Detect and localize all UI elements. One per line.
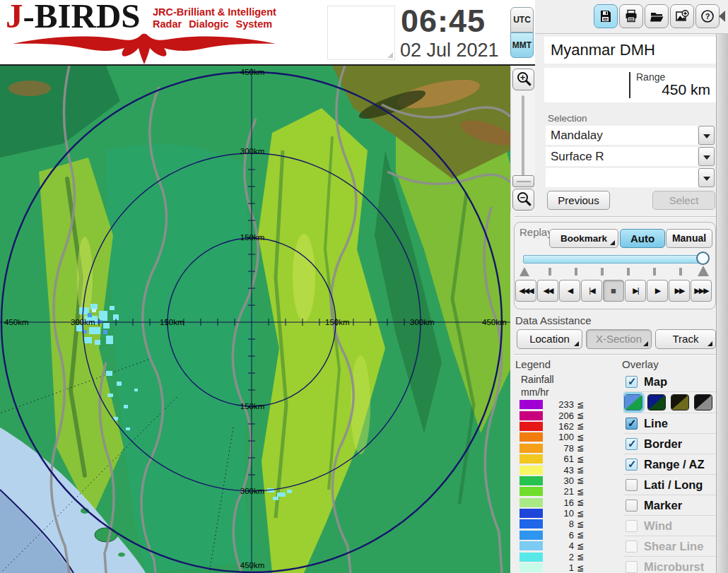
manual-mode-button[interactable]: Manual [666, 229, 712, 248]
legend-swatch [519, 531, 543, 540]
map-zoom-strip: + − [510, 67, 535, 212]
map-style-swatch-4[interactable] [694, 394, 712, 410]
legend-row: 30≦ [519, 475, 626, 486]
play-button[interactable]: ▶ [647, 280, 668, 302]
range-az-checkbox[interactable] [626, 459, 638, 471]
toolbar: ? [535, 0, 728, 34]
map-style-swatch-1[interactable] [624, 394, 642, 410]
site-dropdown[interactable]: Mandalay [546, 126, 698, 145]
legend-row: 10≦ [519, 508, 626, 519]
map-style-swatch-3[interactable] [671, 394, 689, 410]
select-button[interactable]: Select [652, 191, 715, 210]
legend-swatch [519, 498, 543, 507]
zoom-in-button[interactable]: + [512, 69, 534, 90]
overlay-row-marker: Marker [623, 495, 716, 516]
legend-row: 78≦ [519, 443, 626, 454]
zoom-out-icon: − [517, 192, 528, 203]
product-dropdown-arrow[interactable] [698, 147, 715, 166]
legend-swatch [519, 454, 543, 463]
status-display-box [327, 6, 395, 60]
site-dropdown-arrow[interactable] [698, 126, 715, 145]
previous-button[interactable]: Previous [547, 191, 610, 210]
legend-swatch [519, 444, 543, 453]
play-reverse-button[interactable]: ◀ [559, 280, 580, 302]
timezone-mmt-button[interactable]: MMT [510, 33, 534, 58]
svg-text:150km: 150km [325, 318, 350, 326]
svg-text:150km: 150km [160, 318, 184, 326]
save-icon [599, 9, 613, 23]
legend-row: 162≦ [519, 421, 626, 432]
app-logo: J-BIRDS JRC-Brilliant & Intelligent Rada… [4, 0, 287, 64]
legend-row: 8≦ [519, 519, 626, 529]
shear-line-checkbox [626, 540, 638, 553]
range-box: Range 450 km [544, 68, 716, 102]
zoom-slider-track[interactable] [522, 95, 524, 182]
step-forward-button[interactable]: ▶| [625, 280, 646, 302]
panel-collapse-arrow[interactable] [719, 11, 725, 22]
legend-label: Legend [515, 358, 551, 370]
range-divider [629, 72, 630, 98]
range-label: Range [636, 71, 665, 83]
rewind-button[interactable]: ◀◀ [537, 280, 558, 302]
map-checkbox[interactable] [626, 376, 638, 388]
lati-long-checkbox[interactable] [626, 479, 638, 491]
app-title: J-BIRDS [6, 0, 141, 36]
line-checkbox[interactable] [626, 418, 638, 430]
svg-text:450km: 450km [4, 318, 29, 326]
forward-button[interactable]: ▶▶ [669, 280, 690, 302]
bookmark-button[interactable]: Bookmark [549, 229, 618, 248]
svg-text:450km: 450km [482, 318, 507, 326]
legend-row: 206≦ [519, 410, 626, 420]
border-checkbox[interactable] [626, 438, 638, 450]
legend-swatch [519, 466, 543, 475]
dropdown-fold-icon [708, 341, 712, 346]
rewind-fast-button[interactable]: ◀◀◀ [515, 280, 536, 302]
legend-row: 233≦ [519, 399, 626, 410]
legend-swatch [519, 519, 543, 528]
add-image-button[interactable] [670, 4, 694, 28]
open-folder-icon [650, 9, 664, 23]
step-back-button[interactable]: |◀ [581, 280, 602, 302]
legend-title: Rainfall [521, 374, 554, 385]
overlay-row-microburst: Microburst [623, 557, 716, 573]
slider-tick [627, 268, 630, 276]
dropdown-fold-icon [610, 240, 615, 245]
header: J-BIRDS JRC-Brilliant & Intelligent Rada… [0, 0, 535, 64]
section-divider [515, 216, 716, 218]
track-button[interactable]: Track [655, 329, 716, 349]
legend-row: 61≦ [519, 454, 626, 464]
overlay-row-line: Line [623, 413, 716, 434]
radar-map-canvas[interactable]: 450km 300km 150km 150km 300km 450km 450k… [0, 66, 510, 573]
slider-start-marker [519, 267, 529, 276]
help-button[interactable]: ? [695, 4, 720, 28]
option-dropdown[interactable] [546, 168, 698, 187]
svg-text:300km: 300km [240, 487, 265, 495]
clock-time: 06:45 [401, 3, 486, 40]
location-button[interactable]: Location [517, 329, 582, 349]
replay-slider-handle[interactable] [696, 252, 710, 265]
replay-slider-track[interactable] [523, 255, 703, 264]
open-button[interactable] [645, 4, 669, 28]
print-button[interactable] [619, 4, 643, 28]
svg-text:300km: 300km [71, 318, 95, 326]
product-dropdown[interactable]: Surface R [546, 147, 698, 166]
x-section-button[interactable]: X-Section [586, 329, 652, 349]
forward-fast-button[interactable]: ▶▶▶ [691, 280, 712, 302]
legend-row: 100≦ [519, 432, 626, 442]
map-style-swatch-2[interactable] [647, 394, 666, 410]
section-divider [514, 354, 716, 355]
overlay-row-wind: Wind [623, 516, 716, 536]
timezone-utc-button[interactable]: UTC [510, 7, 534, 33]
zoom-out-button[interactable]: − [512, 189, 534, 211]
stop-button[interactable]: ■ [603, 280, 624, 302]
zoom-slider-handle[interactable] [512, 175, 534, 187]
save-button[interactable] [594, 4, 618, 28]
slider-end-marker [698, 266, 709, 276]
marker-checkbox[interactable] [626, 500, 638, 512]
svg-text:300km: 300km [240, 147, 265, 155]
legend-swatch [519, 400, 543, 409]
svg-text:?: ? [705, 12, 710, 20]
legend-swatch [519, 422, 543, 431]
auto-mode-button[interactable]: Auto [620, 229, 665, 248]
option-dropdown-arrow[interactable] [698, 168, 715, 187]
